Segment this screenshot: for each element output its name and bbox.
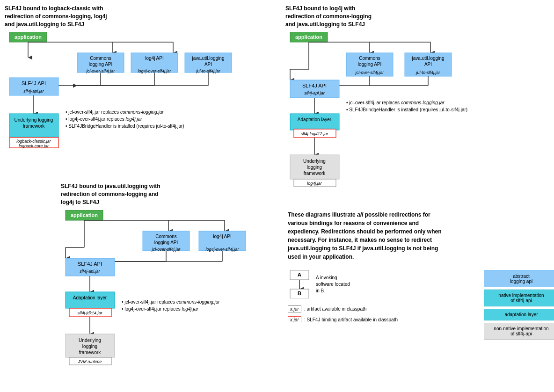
svg-text:framework: framework [23, 123, 45, 129]
right-panel: SLF4J bound to log4j withredirection of … [285, 5, 554, 392]
svg-text:application: application [71, 212, 98, 218]
legend-adaptation: adaptation layer [484, 309, 554, 320]
svg-text:application: application [15, 34, 42, 40]
svg-text:API: API [424, 62, 432, 67]
top-right-title: SLF4J bound to log4j withredirection of … [285, 5, 554, 28]
top-right-svg: application Commons logging API jcl-over… [285, 32, 547, 200]
svg-text:logback-core.jar: logback-core.jar [19, 144, 49, 148]
bottom-left-diagram: SLF4J bound to java.util.logging withred… [61, 182, 285, 388]
svg-text:B: B [298, 290, 301, 296]
svg-text:• log4j-over-slf4j.jar replace: • log4j-over-slf4j.jar replaces log4j.ja… [66, 116, 142, 122]
svg-text:A: A [298, 272, 301, 277]
top-left-svg: application Commons logging API jcl-over… [5, 32, 276, 186]
svg-text:slf4j-log412.jar: slf4j-log412.jar [301, 131, 329, 136]
svg-text:logging: logging [307, 165, 322, 170]
svg-text:java.util.logging: java.util.logging [412, 56, 445, 61]
svg-text:logback-classic.jar: logback-classic.jar [16, 139, 51, 144]
svg-text:jcl-over-slf4j.jar: jcl-over-slf4j.jar [355, 70, 384, 75]
top-left-diagram: SLF4J bound to logback-classic withredir… [5, 5, 285, 187]
invoke-svg: A B [288, 270, 313, 298]
left-panel: SLF4J bound to logback-classic withredir… [5, 5, 285, 392]
legend-right: abstractlogging api native implementatio… [484, 270, 554, 340]
bottom-left-svg: application Commons logging API jcl-over… [61, 210, 276, 388]
svg-text:logging: logging [82, 344, 97, 349]
svg-text:SLF4J API: SLF4J API [78, 261, 102, 267]
legend-nonnative: non-native implementationof slf4j-api [484, 323, 554, 340]
svg-text:slf4j-api.jar: slf4j-api.jar [304, 91, 325, 95]
svg-text:application: application [295, 34, 322, 40]
svg-text:Commons: Commons [359, 56, 380, 61]
svg-text:framework: framework [79, 350, 102, 355]
svg-text:log4j API: log4j API [145, 56, 163, 61]
svg-text:framework: framework [304, 171, 326, 176]
svg-text:java.util.logging: java.util.logging [192, 56, 225, 61]
svg-text:Adaptation layer: Adaptation layer [73, 295, 107, 300]
svg-text:Underlying: Underlying [303, 159, 326, 164]
svg-text:JVM runtime: JVM runtime [78, 359, 102, 364]
svg-text:log4j.jar: log4j.jar [307, 181, 322, 186]
svg-text:log4j API: log4j API [213, 234, 231, 239]
svg-text:Underlying: Underlying [79, 338, 101, 343]
svg-text:logging API: logging API [154, 240, 178, 245]
main-container: SLF4J bound to logback-classic withredir… [0, 0, 554, 392]
description-section: These diagrams illustrate all possible r… [288, 211, 447, 261]
svg-text:• jcl-over-slf4j.jar replaces : • jcl-over-slf4j.jar replaces commons-lo… [66, 109, 164, 115]
jar-gray-legend: x.jar : artifact available in classpath [288, 305, 474, 312]
legend-section: A B A invokingsoftware locatedin B [288, 270, 554, 340]
svg-text:slf4j-api.jar: slf4j-api.jar [23, 89, 44, 94]
svg-text:• jcl-over-slf4j.jar replaces : • jcl-over-slf4j.jar replaces commons-lo… [346, 100, 445, 105]
svg-text:• SLF4JBrindgeHandler is insta: • SLF4JBrindgeHandler is installed (requ… [346, 107, 467, 112]
top-right-diagram: SLF4J bound to log4j withredirection of … [285, 5, 554, 201]
svg-text:Commons: Commons [155, 234, 177, 239]
svg-text:Commons: Commons [90, 56, 111, 61]
legend-native: native implementationof slf4j-api [484, 290, 554, 306]
svg-text:• log4j-over-slf4j.jar replace: • log4j-over-slf4j.jar replaces log4j.ja… [122, 306, 198, 312]
description-text: These diagrams illustrate all possible r… [288, 211, 447, 261]
jar-gray-box: x.jar [288, 305, 301, 312]
svg-text:slf4j-api.jar: slf4j-api.jar [80, 269, 101, 274]
jar-red-legend: x.jar : SLF4J binding artifact available… [288, 316, 474, 323]
svg-text:API: API [204, 62, 212, 67]
svg-text:SLF4J API: SLF4J API [302, 83, 327, 88]
svg-text:• SLF4JBridgeHandler is instal: • SLF4JBridgeHandler is installed (requi… [66, 123, 184, 129]
svg-text:• jcl-over-slf4j.jar replaces : • jcl-over-slf4j.jar replaces commons-lo… [122, 299, 220, 305]
top-left-title: SLF4J bound to logback-classic withredir… [5, 5, 285, 28]
legend-left: A B A invokingsoftware locatedin B [288, 270, 474, 340]
legend-abstract: abstractlogging api [484, 270, 554, 287]
svg-text:slf4j-jdk14.jar: slf4j-jdk14.jar [77, 311, 102, 315]
svg-text:logging API: logging API [89, 62, 113, 67]
svg-text:logging API: logging API [358, 62, 382, 67]
svg-text:jul-to-slf4j.jar: jul-to-slf4j.jar [416, 70, 440, 75]
jar-gray-text: : artifact available in classpath [304, 306, 366, 312]
invoke-label: A invokingsoftware locatedin B [316, 275, 350, 294]
svg-text:SLF4J API: SLF4J API [22, 80, 46, 86]
invoke-diagram: A B A invokingsoftware locatedin B [288, 270, 474, 298]
jar-red-box: x.jar [288, 316, 301, 323]
svg-text:Underlying logging: Underlying logging [15, 117, 53, 123]
jar-red-text: : SLF4J binding artifact available in cl… [304, 317, 398, 322]
svg-text:Adaptation layer: Adaptation layer [298, 117, 332, 122]
